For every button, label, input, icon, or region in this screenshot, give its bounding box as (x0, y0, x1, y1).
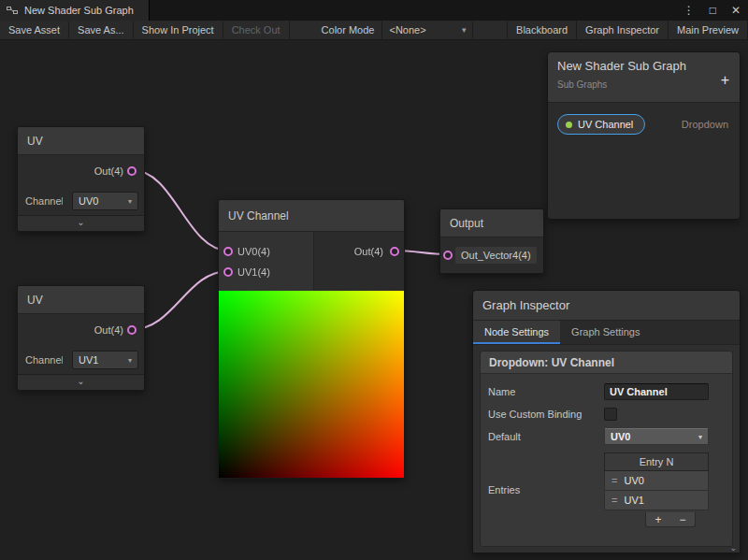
blackboard-item-uv-channel[interactable]: UV Channel (557, 114, 645, 135)
input-port-label: Out_Vector4(4) (455, 247, 537, 264)
entries-row: Entries Entry N = UV0 = UV1 + (488, 452, 725, 527)
name-label: Name (488, 385, 604, 398)
node-title: UV Channel (219, 200, 404, 232)
remove-entry-button[interactable]: − (679, 513, 685, 526)
show-in-project-button[interactable]: Show In Project (134, 21, 223, 39)
uv-node-bottom[interactable]: UV Out(4) Channel UV1 ▾ ⌄ (17, 285, 145, 391)
custom-binding-row: Use Custom Binding (488, 408, 725, 421)
chevron-down-icon: ▾ (698, 433, 702, 441)
channel-label: Channel (25, 187, 63, 215)
toolbar-spacer (473, 21, 507, 39)
channel-dropdown[interactable]: UV0 ▾ (72, 192, 138, 210)
document-tab[interactable]: New Shader Sub Graph (0, 0, 150, 21)
entry-row-uv0[interactable]: = UV0 (604, 471, 709, 491)
graph-inspector-panel: Graph Inspector Node Settings Graph Sett… (472, 290, 741, 553)
title-bar: New Shader Sub Graph ⋮ □ ✕ (0, 0, 748, 21)
drag-handle-icon[interactable]: = (605, 475, 624, 486)
main-preview-toggle-button[interactable]: Main Preview (669, 21, 748, 39)
settings-rows: Name Use Custom Binding Default UV0 ▾ En… (481, 374, 732, 538)
inspector-title[interactable]: Graph Inspector (473, 291, 740, 321)
default-label: Default (488, 430, 604, 443)
channel-dropdown[interactable]: UV1 ▾ (72, 351, 138, 369)
out-port-label: Out(4) (94, 165, 123, 177)
input-port-row: Out_Vector4(4) (440, 237, 543, 273)
entry-row-uv1[interactable]: = UV1 (604, 491, 709, 510)
graph-inspector-toggle-button[interactable]: Graph Inspector (577, 21, 669, 39)
out-port[interactable] (390, 247, 399, 256)
tab-title: New Shader Sub Graph (24, 5, 134, 16)
input-port-uv0[interactable] (223, 247, 233, 256)
shader-graph-window: New Shader Sub Graph ⋮ □ ✕ Save Asset Sa… (0, 0, 748, 560)
tab-node-settings[interactable]: Node Settings (473, 321, 560, 344)
channel-value: UV0 (79, 195, 98, 207)
port-area: UV0(4) UV1(4) Out(4) (219, 232, 404, 291)
tab-graph-settings[interactable]: Graph Settings (560, 321, 651, 344)
save-asset-button[interactable]: Save Asset (0, 21, 69, 39)
entries-label: Entries (488, 483, 604, 496)
collapse-toggle[interactable]: ⌄ (18, 215, 144, 231)
collapse-toggle[interactable]: ⌄ (18, 374, 144, 390)
out-port[interactable] (127, 166, 137, 176)
use-custom-binding-label: Use Custom Binding (488, 408, 604, 421)
property-dot-icon (566, 122, 572, 128)
section-title: Dropdown: UV Channel (481, 352, 732, 374)
collapse-chevron-icon: ⌄ (77, 217, 84, 227)
node-title: Output (440, 209, 543, 237)
color-mode-label: Color Mode (314, 21, 382, 39)
save-as-button[interactable]: Save As... (69, 21, 134, 39)
entries-list: Entry N = UV0 = UV1 + − (604, 452, 709, 527)
default-value: UV0 (611, 431, 630, 442)
node-title: UV (18, 286, 144, 314)
uv-channel-node[interactable]: UV Channel UV0(4) UV1(4) Out(4) (218, 199, 405, 479)
close-icon[interactable]: ✕ (731, 0, 741, 21)
out-port-label: Out(4) (354, 241, 383, 262)
add-property-button[interactable]: + (721, 73, 729, 88)
collapse-chevron-icon: ⌄ (77, 376, 84, 386)
entry-value: UV1 (624, 495, 643, 506)
blackboard-item-row: UV Channel Dropdown (548, 112, 740, 136)
channel-row: Channel UV0 ▾ (18, 187, 144, 215)
out-port-row: Out(4) (18, 314, 144, 346)
menu-kebab-icon[interactable]: ⋮ (683, 0, 695, 21)
entry-value: UV0 (624, 475, 643, 486)
output-node[interactable]: Output Out_Vector4(4) (439, 208, 544, 274)
maximize-icon[interactable]: □ (710, 0, 716, 21)
node-title: UV (18, 127, 144, 155)
default-row: Default UV0 ▾ (488, 428, 725, 445)
uv-gradient-preview (219, 291, 404, 478)
blackboard-toggle-button[interactable]: Blackboard (507, 21, 577, 39)
blackboard-subtitle: Sub Graphs (557, 79, 607, 90)
add-entry-button[interactable]: + (654, 513, 661, 526)
uv-node-top[interactable]: UV Out(4) Channel UV0 ▾ ⌄ (17, 126, 145, 232)
channel-label: Channel (25, 346, 63, 374)
uv-gradient-green-layer (219, 291, 404, 478)
dropdown-settings-section: Dropdown: UV Channel Name Use Custom Bin… (480, 351, 733, 547)
out-port[interactable] (127, 325, 137, 335)
name-input[interactable] (604, 383, 709, 400)
inspector-tabs: Node Settings Graph Settings (473, 321, 740, 345)
blackboard-panel: New Shader Sub Graph Sub Graphs + UV Cha… (547, 51, 741, 220)
panel-overflow-chevron-icon[interactable]: ⌄ (729, 543, 737, 553)
shader-graph-icon (7, 5, 18, 16)
drag-handle-icon[interactable]: = (605, 495, 624, 506)
input-port-uv0-label: UV0(4) (237, 241, 270, 262)
blackboard-body: UV Channel Dropdown (548, 112, 740, 228)
check-out-button: Check Out (223, 21, 290, 39)
entries-list-header: Entry N (604, 452, 709, 471)
chevron-down-icon: ▾ (462, 25, 467, 35)
chevron-down-icon: ▾ (128, 197, 132, 206)
entries-list-footer: + − (645, 512, 696, 527)
input-port[interactable] (443, 251, 453, 260)
name-row: Name (488, 383, 725, 400)
window-controls: ⋮ □ ✕ (683, 0, 741, 21)
blackboard-header[interactable]: New Shader Sub Graph Sub Graphs + (548, 52, 740, 103)
default-dropdown[interactable]: UV0 ▾ (604, 428, 709, 445)
use-custom-binding-checkbox[interactable] (604, 408, 617, 421)
chevron-down-icon: ▾ (128, 356, 132, 365)
blackboard-title: New Shader Sub Graph (557, 59, 686, 73)
color-mode-value: <None> (389, 24, 425, 36)
input-port-uv1[interactable] (223, 267, 233, 277)
color-mode-dropdown[interactable]: <None> ▾ (381, 21, 473, 39)
channel-value: UV1 (79, 354, 98, 366)
input-port-uv1-label: UV1(4) (237, 262, 270, 282)
